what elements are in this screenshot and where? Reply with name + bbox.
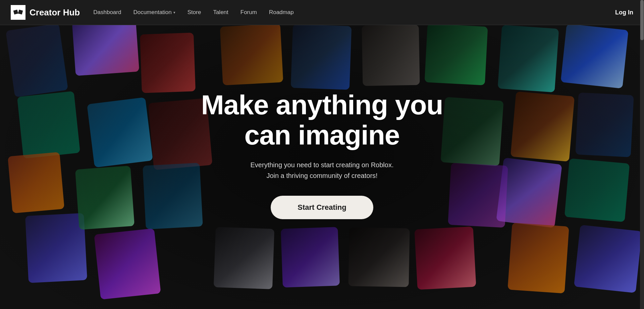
scrollbar[interactable] (640, 0, 644, 309)
hero-subtitle: Everything you need to start creating on… (201, 160, 443, 181)
brand-title: Creator Hub (30, 7, 80, 18)
nav-documentation[interactable]: Documentation ▾ (133, 9, 175, 16)
brand-logo-link[interactable]: Creator Hub (11, 5, 80, 20)
svg-rect-1 (18, 10, 23, 15)
nav-store[interactable]: Store (187, 9, 201, 16)
nav-forum[interactable]: Forum (240, 9, 257, 16)
start-creating-button[interactable]: Start Creating (271, 196, 373, 219)
hero-section: Make anything you can imagine Everything… (0, 0, 644, 309)
navbar: Creator Hub Dashboard Documentation ▾ St… (0, 0, 644, 25)
login-button[interactable]: Log In (615, 9, 633, 16)
hero-content: Make anything you can imagine Everything… (194, 90, 449, 219)
hero-title: Make anything you can imagine (201, 90, 443, 150)
documentation-dropdown-icon: ▾ (173, 10, 175, 15)
nav-links: Dashboard Documentation ▾ Store Talent F… (93, 9, 615, 16)
brand-logo-icon (11, 5, 25, 20)
svg-rect-0 (13, 10, 18, 15)
nav-roadmap[interactable]: Roadmap (269, 9, 294, 16)
scrollbar-thumb[interactable] (640, 0, 644, 40)
nav-talent[interactable]: Talent (213, 9, 228, 16)
nav-dashboard[interactable]: Dashboard (93, 9, 121, 16)
